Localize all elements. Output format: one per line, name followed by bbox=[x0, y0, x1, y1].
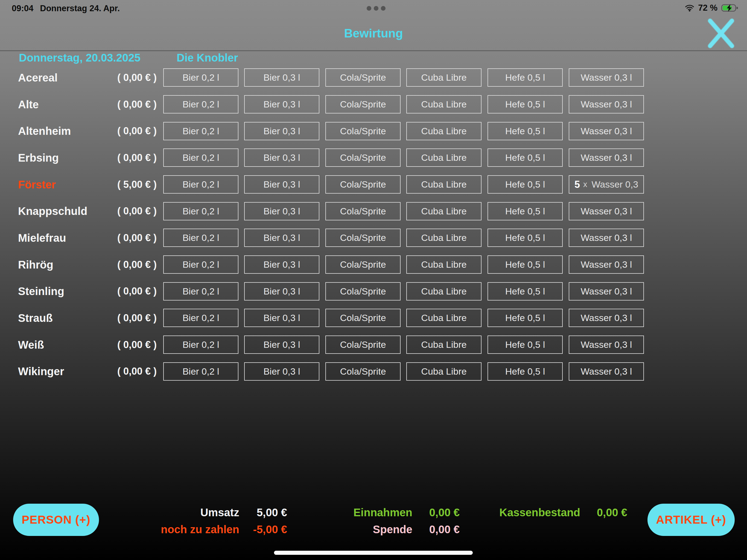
order-item: Wasser 0,3 bbox=[591, 179, 638, 190]
drink-button-hefe-0-5-l[interactable]: Hefe 0,5 l bbox=[488, 149, 563, 167]
drink-button-wasser-0-3-l[interactable]: Wasser 0,3 l bbox=[569, 229, 644, 247]
income-stats: Einnahmen 0,00 € Spende 0,00 € bbox=[328, 504, 460, 538]
drink-button-bier-0-3-l[interactable]: Bier 0,3 l bbox=[244, 362, 319, 381]
drink-button-cola-sprite[interactable]: Cola/Sprite bbox=[325, 95, 401, 113]
drink-button-cola-sprite[interactable]: Cola/Sprite bbox=[325, 175, 401, 194]
drink-button-bier-0-3-l[interactable]: Bier 0,3 l bbox=[244, 202, 319, 221]
drink-button-cuba-libre[interactable]: Cuba Libre bbox=[406, 149, 482, 167]
person-row: Steinling( 0,00 € )Bier 0,2 lBier 0,3 lC… bbox=[0, 278, 747, 305]
revenue-stats: Umsatz 5,00 € noch zu zahlen -5,00 € bbox=[109, 504, 287, 538]
drink-button-hefe-0-5-l[interactable]: Hefe 0,5 l bbox=[488, 68, 563, 87]
drink-button-hefe-0-5-l[interactable]: Hefe 0,5 l bbox=[488, 229, 563, 247]
status-time: 09:04 bbox=[12, 4, 33, 14]
drink-button-hefe-0-5-l[interactable]: Hefe 0,5 l bbox=[488, 202, 563, 221]
drink-button-bier-0-2-l[interactable]: Bier 0,2 l bbox=[163, 149, 238, 167]
drink-button-cola-sprite[interactable]: Cola/Sprite bbox=[325, 335, 401, 354]
drink-button-cola-sprite[interactable]: Cola/Sprite bbox=[325, 122, 401, 140]
drink-button-cuba-libre[interactable]: Cuba Libre bbox=[406, 335, 482, 354]
drink-button-with-quantity[interactable]: 5xWasser 0,3 bbox=[569, 175, 644, 194]
drink-button-hefe-0-5-l[interactable]: Hefe 0,5 l bbox=[488, 255, 563, 274]
add-article-button[interactable]: ARTIKEL (+) bbox=[647, 504, 735, 536]
drink-button-hefe-0-5-l[interactable]: Hefe 0,5 l bbox=[488, 309, 563, 327]
drink-button-bier-0-2-l[interactable]: Bier 0,2 l bbox=[163, 282, 238, 301]
drink-button-bier-0-3-l[interactable]: Bier 0,3 l bbox=[244, 175, 319, 194]
person-name: Weiß bbox=[18, 338, 44, 351]
home-indicator[interactable] bbox=[274, 551, 473, 555]
drink-button-cola-sprite[interactable]: Cola/Sprite bbox=[325, 149, 401, 167]
person-name: Alte bbox=[18, 98, 39, 110]
drink-button-hefe-0-5-l[interactable]: Hefe 0,5 l bbox=[488, 175, 563, 194]
drink-button-cuba-libre[interactable]: Cuba Libre bbox=[406, 175, 482, 194]
drink-button-wasser-0-3-l[interactable]: Wasser 0,3 l bbox=[569, 309, 644, 327]
drink-button-wasser-0-3-l[interactable]: Wasser 0,3 l bbox=[569, 335, 644, 354]
person-amount: ( 0,00 € ) bbox=[109, 232, 157, 244]
drink-button-bier-0-2-l[interactable]: Bier 0,2 l bbox=[163, 229, 238, 247]
drink-button-cuba-libre[interactable]: Cuba Libre bbox=[406, 202, 482, 221]
drink-button-wasser-0-3-l[interactable]: Wasser 0,3 l bbox=[569, 122, 644, 140]
session-header: Donnerstag, 20.03.2025 Die Knobler bbox=[0, 51, 747, 65]
spende-value: 0,00 € bbox=[412, 521, 460, 538]
drink-button-bier-0-2-l[interactable]: Bier 0,2 l bbox=[163, 335, 238, 354]
drink-button-wasser-0-3-l[interactable]: Wasser 0,3 l bbox=[569, 95, 644, 113]
drink-button-bier-0-2-l[interactable]: Bier 0,2 l bbox=[163, 255, 238, 274]
drink-button-cola-sprite[interactable]: Cola/Sprite bbox=[325, 229, 401, 247]
drink-button-cuba-libre[interactable]: Cuba Libre bbox=[406, 122, 482, 140]
person-row: Acereal( 0,00 € )Bier 0,2 lBier 0,3 lCol… bbox=[0, 64, 747, 91]
drink-button-cola-sprite[interactable]: Cola/Sprite bbox=[325, 68, 401, 87]
person-row: Rihrög( 0,00 € )Bier 0,2 lBier 0,3 lCola… bbox=[0, 251, 747, 278]
close-icon[interactable] bbox=[706, 18, 736, 49]
drink-button-bier-0-3-l[interactable]: Bier 0,3 l bbox=[244, 282, 319, 301]
drink-button-wasser-0-3-l[interactable]: Wasser 0,3 l bbox=[569, 362, 644, 381]
drink-button-wasser-0-3-l[interactable]: Wasser 0,3 l bbox=[569, 149, 644, 167]
drink-button-bier-0-2-l[interactable]: Bier 0,2 l bbox=[163, 68, 238, 87]
drink-button-hefe-0-5-l[interactable]: Hefe 0,5 l bbox=[488, 122, 563, 140]
drink-button-wasser-0-3-l[interactable]: Wasser 0,3 l bbox=[569, 282, 644, 301]
drink-button-wasser-0-3-l[interactable]: Wasser 0,3 l bbox=[569, 68, 644, 87]
drink-button-hefe-0-5-l[interactable]: Hefe 0,5 l bbox=[488, 335, 563, 354]
person-rows: Acereal( 0,00 € )Bier 0,2 lBier 0,3 lCol… bbox=[0, 64, 747, 385]
umsatz-label: Umsatz bbox=[109, 504, 239, 520]
drink-button-cuba-libre[interactable]: Cuba Libre bbox=[406, 95, 482, 113]
add-person-button[interactable]: PERSON (+) bbox=[13, 504, 99, 536]
drink-button-bier-0-3-l[interactable]: Bier 0,3 l bbox=[244, 122, 319, 140]
drink-button-bier-0-2-l[interactable]: Bier 0,2 l bbox=[163, 122, 238, 140]
drink-button-bier-0-2-l[interactable]: Bier 0,2 l bbox=[163, 175, 238, 194]
drink-button-cola-sprite[interactable]: Cola/Sprite bbox=[325, 362, 401, 381]
drink-button-bier-0-2-l[interactable]: Bier 0,2 l bbox=[163, 309, 238, 327]
drink-button-bier-0-3-l[interactable]: Bier 0,3 l bbox=[244, 68, 319, 87]
drink-button-bier-0-3-l[interactable]: Bier 0,3 l bbox=[244, 95, 319, 113]
person-amount: ( 0,00 € ) bbox=[109, 152, 157, 163]
drink-button-cuba-libre[interactable]: Cuba Libre bbox=[406, 362, 482, 381]
drink-button-bier-0-2-l[interactable]: Bier 0,2 l bbox=[163, 362, 238, 381]
drink-button-hefe-0-5-l[interactable]: Hefe 0,5 l bbox=[488, 95, 563, 113]
einnahmen-value: 0,00 € bbox=[412, 504, 460, 520]
status-date: Donnerstag 24. Apr. bbox=[40, 4, 120, 14]
drink-button-cuba-libre[interactable]: Cuba Libre bbox=[406, 309, 482, 327]
drink-button-wasser-0-3-l[interactable]: Wasser 0,3 l bbox=[569, 255, 644, 274]
drink-button-bier-0-2-l[interactable]: Bier 0,2 l bbox=[163, 95, 238, 113]
drink-button-hefe-0-5-l[interactable]: Hefe 0,5 l bbox=[488, 362, 563, 381]
drink-button-cuba-libre[interactable]: Cuba Libre bbox=[406, 255, 482, 274]
drink-button-bier-0-3-l[interactable]: Bier 0,3 l bbox=[244, 149, 319, 167]
battery-charging-icon bbox=[721, 4, 739, 12]
drink-button-bier-0-3-l[interactable]: Bier 0,3 l bbox=[244, 309, 319, 327]
drink-button-cola-sprite[interactable]: Cola/Sprite bbox=[325, 202, 401, 221]
group-name: Die Knobler bbox=[177, 51, 238, 65]
drink-button-cola-sprite[interactable]: Cola/Sprite bbox=[325, 309, 401, 327]
drink-button-cuba-libre[interactable]: Cuba Libre bbox=[406, 229, 482, 247]
person-name: Knappschuld bbox=[18, 205, 87, 218]
drink-button-bier-0-3-l[interactable]: Bier 0,3 l bbox=[244, 229, 319, 247]
drink-button-cuba-libre[interactable]: Cuba Libre bbox=[406, 68, 482, 87]
drink-button-bier-0-3-l[interactable]: Bier 0,3 l bbox=[244, 335, 319, 354]
drink-button-hefe-0-5-l[interactable]: Hefe 0,5 l bbox=[488, 282, 563, 301]
drink-button-bier-0-3-l[interactable]: Bier 0,3 l bbox=[244, 255, 319, 274]
drink-button-cola-sprite[interactable]: Cola/Sprite bbox=[325, 282, 401, 301]
person-row: Knappschuld( 0,00 € )Bier 0,2 lBier 0,3 … bbox=[0, 198, 747, 225]
order-times: x bbox=[583, 180, 587, 189]
drink-button-wasser-0-3-l[interactable]: Wasser 0,3 l bbox=[569, 202, 644, 221]
drink-button-cuba-libre[interactable]: Cuba Libre bbox=[406, 282, 482, 301]
drink-button-bier-0-2-l[interactable]: Bier 0,2 l bbox=[163, 202, 238, 221]
person-amount: ( 0,00 € ) bbox=[109, 72, 157, 83]
drink-button-cola-sprite[interactable]: Cola/Sprite bbox=[325, 255, 401, 274]
person-name: Förster bbox=[18, 178, 56, 190]
